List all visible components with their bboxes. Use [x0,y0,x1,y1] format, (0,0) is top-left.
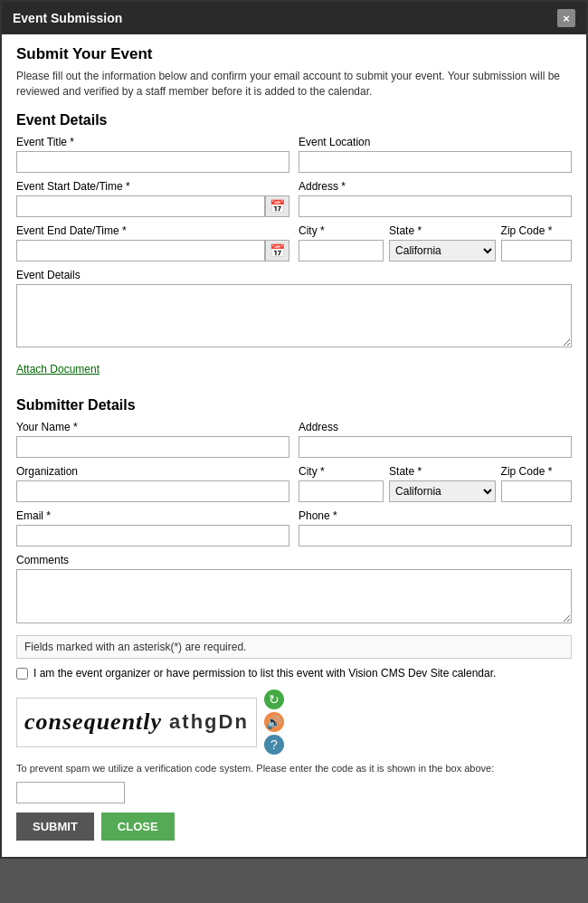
intro-text: Please fill out the information below an… [16,69,572,100]
sub-name-group: Your Name * [16,421,289,458]
sub-address-group: Address [299,421,572,458]
attach-document-link[interactable]: Attach Document [16,363,100,375]
sub-city-input[interactable] [299,480,384,502]
captcha-image: consequently athgDn [16,698,257,747]
sub-city-state-zip-row: City * State * AlabamaAlaskaArizonaArkan… [299,465,572,502]
calendar-icon-2: 📅 [270,243,285,258]
event-address-label: Address * [299,180,572,193]
captcha-input[interactable] [16,782,125,803]
captcha-audio-button[interactable]: 🔊 [264,712,284,732]
event-zip-input[interactable] [501,240,572,261]
title-location-row: Event Title * Event Location [16,136,572,173]
page-title: Submit Your Event [16,45,572,63]
event-address-group: Address * [299,180,572,217]
permission-checkbox[interactable] [16,668,28,680]
modal-header: Event Submission × [2,2,586,34]
permission-checkbox-label: I am the event organizer or have permiss… [33,666,496,681]
event-state-group: State * AlabamaAlaskaArizonaArkansasCali… [389,224,496,261]
permission-checkbox-row: I am the event organizer or have permiss… [16,666,572,681]
event-end-cal-wrapper: 📅 [16,240,289,261]
submit-button[interactable]: SUBMIT [16,813,94,841]
sub-address-input[interactable] [299,436,572,458]
modal-body: Submit Your Event Please fill out the in… [2,34,586,857]
event-start-calendar-button[interactable]: 📅 [265,195,289,217]
event-submission-modal: Event Submission × Submit Your Event Ple… [0,0,588,859]
sub-state-select[interactable]: AlabamaAlaskaArizonaArkansasCaliforniaCo… [389,480,496,502]
sub-name-input[interactable] [16,436,289,458]
sub-org-input[interactable] [16,480,289,502]
event-state-select[interactable]: AlabamaAlaskaArizonaArkansasCaliforniaCo… [389,240,496,261]
sub-org-label: Organization [16,465,289,478]
captcha-instruction: To prevent spam we utilize a verificatio… [16,762,572,775]
comments-label: Comments [16,554,572,566]
event-citystatzip-group: City * State * AlabamaAlaskaArizonaArkan… [299,224,572,261]
footer-buttons: SUBMIT CLOSE [16,813,572,846]
captcha-word2: athgDn [169,710,249,734]
email-phone-row: Email * Phone * [16,509,572,547]
event-city-group: City * [299,224,384,261]
sub-city-group: City * [299,465,384,502]
event-title-input[interactable] [16,151,289,173]
event-zip-group: Zip Code * [501,224,572,261]
captcha-help-button[interactable]: ? [264,735,284,755]
event-address-input[interactable] [299,195,572,217]
sub-phone-input[interactable] [299,525,572,547]
comments-textarea[interactable] [16,569,572,623]
event-end-group: Event End Date/Time * 📅 [16,224,289,261]
captcha-row: consequently athgDn ↻ 🔊 ? [16,689,572,755]
name-address-row: Your Name * Address [16,421,572,458]
sub-citystatzip-group: City * State * AlabamaAlaskaArizonaArkan… [299,465,572,502]
sub-phone-label: Phone * [299,509,572,522]
sub-zip-group: Zip Code * [501,465,572,502]
event-end-calendar-button[interactable]: 📅 [265,240,289,261]
event-details-textarea[interactable] [16,284,572,347]
sub-email-input[interactable] [16,525,289,547]
sub-state-group: State * AlabamaAlaskaArizonaArkansasCali… [389,465,496,502]
comments-row: Comments [16,554,572,626]
event-start-input[interactable] [16,195,265,217]
sub-city-label: City * [299,465,384,478]
sub-org-group: Organization [16,465,289,502]
close-button[interactable]: CLOSE [101,813,175,841]
event-details-label: Event Details [16,269,572,281]
event-location-label: Event Location [299,136,572,148]
calendar-icon: 📅 [270,199,285,214]
start-address-row: Event Start Date/Time * 📅 Address * [16,180,572,217]
event-zip-label: Zip Code * [501,224,572,237]
event-city-input[interactable] [299,240,384,261]
modal-close-x-button[interactable]: × [557,9,575,27]
end-citystate-row: Event End Date/Time * 📅 City * State * [16,224,572,261]
modal-title: Event Submission [13,11,122,25]
sub-zip-input[interactable] [501,480,572,502]
sub-state-label: State * [389,465,496,478]
event-location-input[interactable] [299,151,572,173]
required-note: Fields marked with an asterisk(*) are re… [16,635,572,659]
event-state-label: State * [389,224,496,237]
event-details-heading: Event Details [16,112,572,128]
sub-name-label: Your Name * [16,421,289,433]
captcha-controls: ↻ 🔊 ? [264,689,284,755]
sub-address-label: Address [299,421,572,433]
event-end-label: Event End Date/Time * [16,224,289,237]
submitter-details-heading: Submitter Details [16,397,572,413]
event-end-input[interactable] [16,240,265,261]
sub-phone-group: Phone * [299,509,572,547]
event-location-group: Event Location [299,136,572,173]
captcha-word1: consequently [24,708,162,736]
captcha-refresh-button[interactable]: ↻ [264,689,284,709]
event-title-label: Event Title * [16,136,289,148]
sub-email-label: Email * [16,509,289,522]
event-start-label: Event Start Date/Time * [16,180,289,193]
org-citystate-row: Organization City * State * AlabamaAlask… [16,465,572,502]
event-start-cal-wrapper: 📅 [16,195,289,217]
event-title-group: Event Title * [16,136,289,173]
sub-zip-label: Zip Code * [501,465,572,478]
event-city-state-zip-row: City * State * AlabamaAlaskaArizonaArkan… [299,224,572,261]
sub-email-group: Email * [16,509,289,547]
event-city-label: City * [299,224,384,237]
event-start-group: Event Start Date/Time * 📅 [16,180,289,217]
event-details-row: Event Details [16,269,572,350]
